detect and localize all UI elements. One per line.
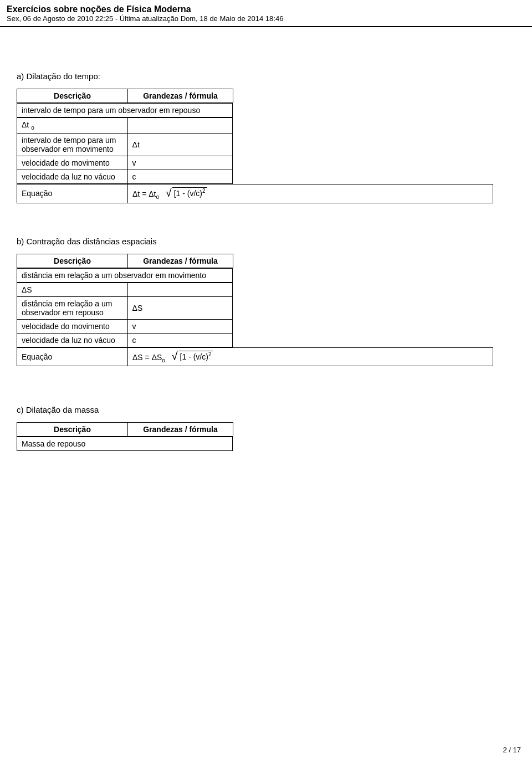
sqrt-wrap-a: √ [1 - (v/c)2	[166, 187, 207, 198]
section-b-header-table: Descrição Grandezas / fórmula	[17, 254, 233, 268]
section-a-delta-t-right	[127, 118, 232, 134]
col-header-grandeza-c: Grandezas / fórmula	[128, 423, 233, 437]
section-b-delta-s-right	[127, 283, 232, 296]
section-b-row-full: distância em relação a um observador em …	[17, 268, 233, 282]
section-a: a) Dilatação do tempo: Descrição Grandez…	[17, 71, 515, 203]
page-title: Exercícios sobre noções de Física Modern…	[7, 4, 525, 14]
section-b-equation-row: Equação ΔS = ΔSo √ [1 - (v/c)2	[17, 347, 493, 367]
section-b-subrow-1-right: v	[127, 319, 232, 333]
section-b-full-row: distância em relação a um observador em …	[17, 268, 233, 283]
section-c-row-full: Massa de repouso	[17, 437, 233, 451]
section-b-eq-label: Equação	[17, 347, 128, 366]
col-header-descricao-c: Descrição	[17, 423, 128, 437]
page-subtitle: Sex, 06 de Agosto de 2010 22:25 - Última…	[7, 14, 525, 23]
col-header-descricao-a: Descrição	[17, 89, 128, 103]
section-a-row-full: intervalo de tempo para um observador em…	[17, 104, 233, 117]
section-a-header-table: Descrição Grandezas / fórmula	[17, 89, 233, 103]
section-a-eq-label: Equação	[17, 184, 128, 203]
delta-t-symbol: Δt	[22, 120, 29, 129]
section-a-sub-table: Δt o intervalo de tempo para um observad…	[17, 117, 233, 184]
eq-sub-o-b: o	[162, 357, 165, 363]
section-b-subrow-2-right: c	[127, 333, 232, 347]
eq-sub-o-a: o	[156, 194, 159, 200]
delta-s-symbol: ΔS	[22, 285, 32, 294]
sqrt-exp-b: 2	[208, 351, 212, 357]
section-b: b) Contração das distâncias espaciais De…	[17, 237, 515, 367]
col-header-descricao-b: Descrição	[17, 254, 128, 268]
section-a-subrow-0-right: Δt	[127, 133, 232, 156]
sqrt-wrap-b: √ [1 - (v/c)2	[172, 351, 213, 362]
delta-t-subscript: o	[31, 125, 34, 131]
section-b-subrow-0-left: distância em relação a um observador em …	[17, 296, 128, 319]
section-b-sub-table: ΔS distância em relação a um observador …	[17, 283, 233, 347]
section-b-subrow-1-left: velocidade do movimento	[17, 319, 128, 333]
section-a-subrow-0-left: intervalo de tempo para um observador em…	[17, 133, 128, 156]
page-header: Exercícios sobre noções de Física Modern…	[0, 0, 532, 27]
section-b-label: b) Contração das distâncias espaciais	[17, 237, 515, 246]
section-a-subrow-2-right: c	[127, 170, 232, 183]
col-header-grandeza-b: Grandezas / fórmula	[128, 254, 233, 268]
sqrt-content-a: [1 - (v/c)2	[172, 187, 207, 198]
sqrt-content-b: [1 - (v/c)2	[178, 351, 213, 361]
section-b-eq-text: ΔS = ΔSo √ [1 - (v/c)2	[132, 353, 213, 362]
section-b-subrow-0-right: ΔS	[127, 296, 232, 319]
section-c-full-row: Massa de repouso	[17, 437, 233, 451]
section-c-label: c) Dilatação da massa	[17, 405, 515, 414]
page-number: 2 / 17	[503, 746, 521, 754]
section-a-equation-row: Equação Δt = Δto √ [1 - (v/c)2	[17, 184, 493, 203]
section-a-eq-text: Δt = Δto √ [1 - (v/c)2	[132, 189, 207, 198]
section-b-subrow-2-left: velocidade da luz no vácuo	[17, 333, 128, 347]
section-a-subrow-1-left: velocidade do movimento	[17, 156, 128, 170]
section-b-delta-s-left: ΔS	[17, 283, 128, 296]
section-c: c) Dilatação da massa Descrição Grandeza…	[17, 405, 515, 451]
sqrt-symbol-b: √	[172, 351, 178, 362]
sqrt-exp-a: 2	[202, 188, 206, 194]
section-a-delta-t-left: Δt o	[17, 118, 128, 134]
section-b-eq-formula: ΔS = ΔSo √ [1 - (v/c)2	[128, 347, 493, 366]
section-a-subrow-1-right: v	[127, 156, 232, 170]
section-a-label: a) Dilatação do tempo:	[17, 71, 515, 81]
section-c-header-table: Descrição Grandezas / fórmula	[17, 422, 233, 437]
section-a-full-row: intervalo de tempo para um observador em…	[17, 103, 233, 117]
section-a-subrow-2-left: velocidade da luz no vácuo	[17, 170, 128, 183]
col-header-grandeza-a: Grandezas / fórmula	[128, 89, 233, 103]
main-content: a) Dilatação do tempo: Descrição Grandez…	[0, 27, 532, 484]
section-a-eq-formula: Δt = Δto √ [1 - (v/c)2	[128, 184, 493, 203]
sqrt-symbol-a: √	[166, 187, 172, 198]
